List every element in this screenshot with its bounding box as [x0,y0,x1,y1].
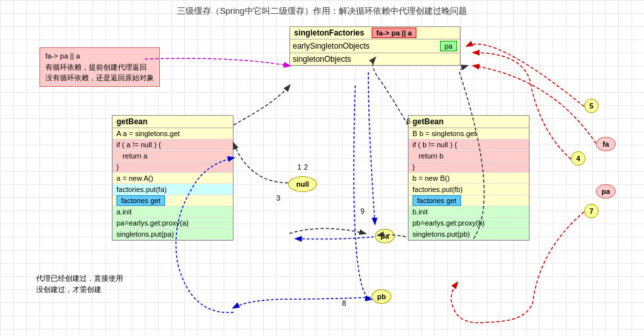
gb-right-row-3: } [409,162,529,173]
getbean-left-box: getBean A a = singletons.get if ( a != n… [112,115,234,241]
cache-box: singletonFactories fa-> pa || a earlySin… [289,26,460,66]
gb-left-row-6: a.setB(?) factories get [112,195,233,206]
gb-right-row-1: if ( b != null ) { [409,139,529,151]
label-6: 6 [407,117,410,125]
gb-left-row-2: return a [112,151,233,162]
label-2: 2 [304,163,308,171]
gb-right-row-0: B b = singletons.get [409,128,529,139]
oval-num4: 4 [571,151,585,166]
oval-pa1: pa [375,229,395,243]
label-9: 9 [360,207,364,215]
getbean-right-title: getBean [409,116,529,128]
cache-fa-tag: fa-> pa || a [372,28,416,38]
gb-left-row-3: } [112,162,233,173]
gb-right-row-7: b.init [409,206,529,218]
gb-right-row-2: return b [409,151,529,162]
gb-left-row-8: pa=earlys.get:proxy(a) [112,218,233,229]
getbean-left-title: getBean [112,116,233,128]
oval-pa2: pa [596,184,616,199]
gb-left-row-9: singletons.put(pa) [112,229,233,240]
label-8: 8 [342,299,346,307]
cache-row-early: earlySingletonObjects pa [290,39,460,53]
canvas: 三级缓存（Spring中它叫二级缓存）作用：解决循环依赖中代理创建过晚问题 si… [0,0,644,336]
gb-right-row-5: factories.put(fb) [409,184,529,195]
info-box-left: fa-> pa || a 有循环依赖，提前创建代理返回 没有循环依赖，还是返回原… [39,47,160,87]
gb-left-row-0: A a = singletons.get [112,128,233,139]
oval-pb: pb [372,289,391,304]
gb-right-row-9: singletons.put(pb) [409,229,529,240]
gb-left-row-5: factories.put(fa) [112,184,233,195]
gb-right-row-8: pb=earlys.get:proxy(b) [409,218,529,229]
page-title: 三级缓存（Spring中它叫二级缓存）作用：解决循环依赖中代理创建过晚问题 [0,5,644,17]
cache-row-singleton: singletonObjects [290,53,460,65]
label-3: 3 [276,194,280,202]
gb-left-row-7: a.init [112,206,233,218]
cache-singleton-factories-label: singletonFactories fa-> pa || a [290,27,460,39]
label-1: 1 [297,163,301,171]
oval-fa: fa [596,137,616,151]
getbean-right-box: getBean B b = singletons.get if ( b != n… [408,115,530,241]
gb-right-row-6: b.setA(?) factories get [409,195,529,206]
note-proxy: 代理已经创建过，直接使用 没创建过，才需创建 [36,273,123,295]
gb-right-row-4: b = new B() [409,173,529,184]
cache-pa-tag: pa [440,41,457,51]
gb-left-row-1: if ( a != null ) { [112,139,233,151]
gb-left-row-4: a = new A() [112,173,233,184]
oval-num7: 7 [584,204,599,218]
factories-get-left-tag: factories get [116,195,165,206]
factories-get-right-tag: factories get [412,195,461,206]
oval-num5: 5 [584,99,599,113]
oval-null: null [288,176,317,192]
